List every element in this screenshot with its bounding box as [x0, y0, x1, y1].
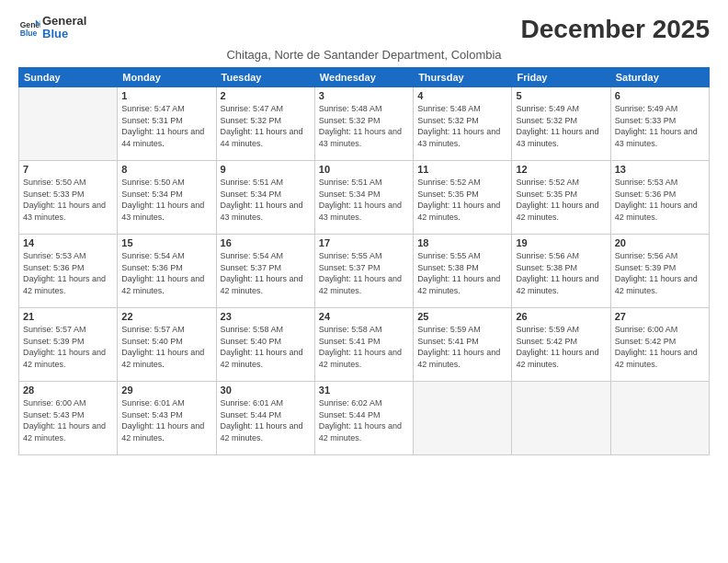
col-thursday: Thursday [414, 68, 512, 87]
calendar-cell: 4Sunrise: 5:48 AMSunset: 5:32 PMDaylight… [414, 87, 512, 161]
day-info: Sunrise: 6:01 AMSunset: 5:44 PMDaylight:… [221, 397, 311, 443]
day-info: Sunrise: 5:57 AMSunset: 5:39 PMDaylight:… [23, 324, 113, 370]
day-number: 26 [516, 311, 606, 322]
day-number: 12 [516, 164, 606, 175]
day-number: 4 [417, 90, 507, 101]
col-wednesday: Wednesday [314, 68, 413, 87]
day-info: Sunrise: 5:55 AMSunset: 5:37 PMDaylight:… [319, 250, 409, 296]
day-number: 27 [615, 311, 705, 322]
calendar-cell: 19Sunrise: 5:56 AMSunset: 5:38 PMDayligh… [512, 235, 610, 308]
calendar-cell: 18Sunrise: 5:55 AMSunset: 5:38 PMDayligh… [414, 235, 512, 308]
day-info: Sunrise: 5:56 AMSunset: 5:39 PMDaylight:… [615, 250, 705, 296]
day-number: 13 [615, 164, 705, 175]
day-number: 20 [615, 237, 705, 248]
logo: General Blue General Blue [18, 15, 86, 41]
day-info: Sunrise: 5:58 AMSunset: 5:41 PMDaylight:… [319, 324, 409, 370]
day-info: Sunrise: 5:49 AMSunset: 5:32 PMDaylight:… [516, 103, 606, 149]
calendar-week-row: 21Sunrise: 5:57 AMSunset: 5:39 PMDayligh… [19, 308, 710, 382]
day-number: 23 [221, 311, 311, 322]
day-info: Sunrise: 6:00 AMSunset: 5:42 PMDaylight:… [615, 324, 705, 370]
calendar-cell: 1Sunrise: 5:47 AMSunset: 5:31 PMDaylight… [118, 87, 216, 161]
logo-blue: Blue [42, 28, 86, 40]
day-info: Sunrise: 5:50 AMSunset: 5:34 PMDaylight:… [121, 177, 211, 223]
day-number: 30 [221, 385, 311, 396]
day-info: Sunrise: 6:00 AMSunset: 5:43 PMDaylight:… [23, 397, 113, 443]
logo-general: General [42, 15, 86, 28]
col-sunday: Sunday [19, 68, 118, 87]
calendar-week-row: 28Sunrise: 6:00 AMSunset: 5:43 PMDayligh… [19, 382, 710, 455]
calendar-cell: 6Sunrise: 5:49 AMSunset: 5:33 PMDaylight… [610, 87, 709, 161]
day-info: Sunrise: 5:52 AMSunset: 5:35 PMDaylight:… [417, 177, 507, 223]
day-info: Sunrise: 5:48 AMSunset: 5:32 PMDaylight:… [319, 103, 409, 149]
day-number: 7 [23, 164, 113, 175]
calendar-cell [610, 382, 709, 455]
calendar-cell: 17Sunrise: 5:55 AMSunset: 5:37 PMDayligh… [314, 235, 413, 308]
day-number: 2 [221, 90, 311, 101]
calendar-cell: 2Sunrise: 5:47 AMSunset: 5:32 PMDaylight… [216, 87, 314, 161]
calendar-cell: 7Sunrise: 5:50 AMSunset: 5:33 PMDaylight… [19, 161, 118, 235]
day-info: Sunrise: 5:56 AMSunset: 5:38 PMDaylight:… [516, 250, 606, 296]
col-monday: Monday [118, 68, 216, 87]
day-info: Sunrise: 5:49 AMSunset: 5:33 PMDaylight:… [615, 103, 705, 149]
calendar-header-row: Sunday Monday Tuesday Wednesday Thursday… [19, 68, 710, 87]
col-tuesday: Tuesday [216, 68, 314, 87]
day-number: 18 [417, 237, 507, 248]
calendar-cell: 27Sunrise: 6:00 AMSunset: 5:42 PMDayligh… [610, 308, 709, 382]
calendar-cell: 22Sunrise: 5:57 AMSunset: 5:40 PMDayligh… [118, 308, 216, 382]
svg-text:Blue: Blue [20, 29, 38, 38]
calendar-cell: 29Sunrise: 6:01 AMSunset: 5:43 PMDayligh… [118, 382, 216, 455]
day-info: Sunrise: 5:55 AMSunset: 5:38 PMDaylight:… [417, 250, 507, 296]
calendar-cell [19, 87, 118, 161]
day-info: Sunrise: 5:47 AMSunset: 5:31 PMDaylight:… [121, 103, 211, 149]
title-block: December 2025 [521, 15, 710, 44]
day-number: 25 [417, 311, 507, 322]
page: General Blue General Blue December 2025 … [0, 0, 728, 563]
day-info: Sunrise: 5:54 AMSunset: 5:37 PMDaylight:… [221, 250, 311, 296]
day-number: 14 [23, 237, 113, 248]
day-number: 10 [319, 164, 409, 175]
col-friday: Friday [512, 68, 610, 87]
day-number: 8 [121, 164, 211, 175]
calendar-cell: 30Sunrise: 6:01 AMSunset: 5:44 PMDayligh… [216, 382, 314, 455]
calendar-cell: 16Sunrise: 5:54 AMSunset: 5:37 PMDayligh… [216, 235, 314, 308]
day-number: 31 [319, 385, 409, 396]
day-number: 19 [516, 237, 606, 248]
calendar-cell: 24Sunrise: 5:58 AMSunset: 5:41 PMDayligh… [314, 308, 413, 382]
month-title: December 2025 [521, 15, 710, 44]
day-number: 3 [319, 90, 409, 101]
logo-icon: General Blue [18, 17, 40, 39]
calendar-cell: 12Sunrise: 5:52 AMSunset: 5:35 PMDayligh… [512, 161, 610, 235]
subtitle: Chitaga, Norte de Santander Department, … [18, 48, 710, 62]
calendar-cell: 14Sunrise: 5:53 AMSunset: 5:36 PMDayligh… [19, 235, 118, 308]
calendar-cell: 8Sunrise: 5:50 AMSunset: 5:34 PMDaylight… [118, 161, 216, 235]
calendar-cell: 9Sunrise: 5:51 AMSunset: 5:34 PMDaylight… [216, 161, 314, 235]
calendar-cell: 21Sunrise: 5:57 AMSunset: 5:39 PMDayligh… [19, 308, 118, 382]
day-info: Sunrise: 5:58 AMSunset: 5:40 PMDaylight:… [221, 324, 311, 370]
col-saturday: Saturday [610, 68, 709, 87]
day-info: Sunrise: 5:50 AMSunset: 5:33 PMDaylight:… [23, 177, 113, 223]
day-number: 24 [319, 311, 409, 322]
calendar-cell: 5Sunrise: 5:49 AMSunset: 5:32 PMDaylight… [512, 87, 610, 161]
calendar-cell [414, 382, 512, 455]
day-number: 17 [319, 237, 409, 248]
day-info: Sunrise: 5:51 AMSunset: 5:34 PMDaylight:… [221, 177, 311, 223]
day-info: Sunrise: 5:59 AMSunset: 5:41 PMDaylight:… [417, 324, 507, 370]
calendar-cell: 10Sunrise: 5:51 AMSunset: 5:34 PMDayligh… [314, 161, 413, 235]
day-number: 9 [221, 164, 311, 175]
calendar-cell: 23Sunrise: 5:58 AMSunset: 5:40 PMDayligh… [216, 308, 314, 382]
calendar-cell: 13Sunrise: 5:53 AMSunset: 5:36 PMDayligh… [610, 161, 709, 235]
calendar-cell: 25Sunrise: 5:59 AMSunset: 5:41 PMDayligh… [414, 308, 512, 382]
calendar-table: Sunday Monday Tuesday Wednesday Thursday… [18, 67, 710, 455]
day-number: 15 [121, 237, 211, 248]
day-info: Sunrise: 5:59 AMSunset: 5:42 PMDaylight:… [516, 324, 606, 370]
day-number: 11 [417, 164, 507, 175]
day-number: 28 [23, 385, 113, 396]
day-info: Sunrise: 5:51 AMSunset: 5:34 PMDaylight:… [319, 177, 409, 223]
day-info: Sunrise: 5:54 AMSunset: 5:36 PMDaylight:… [121, 250, 211, 296]
calendar-week-row: 14Sunrise: 5:53 AMSunset: 5:36 PMDayligh… [19, 235, 710, 308]
day-number: 6 [615, 90, 705, 101]
calendar-cell: 31Sunrise: 6:02 AMSunset: 5:44 PMDayligh… [314, 382, 413, 455]
day-number: 21 [23, 311, 113, 322]
day-info: Sunrise: 5:48 AMSunset: 5:32 PMDaylight:… [417, 103, 507, 149]
day-info: Sunrise: 5:53 AMSunset: 5:36 PMDaylight:… [23, 250, 113, 296]
